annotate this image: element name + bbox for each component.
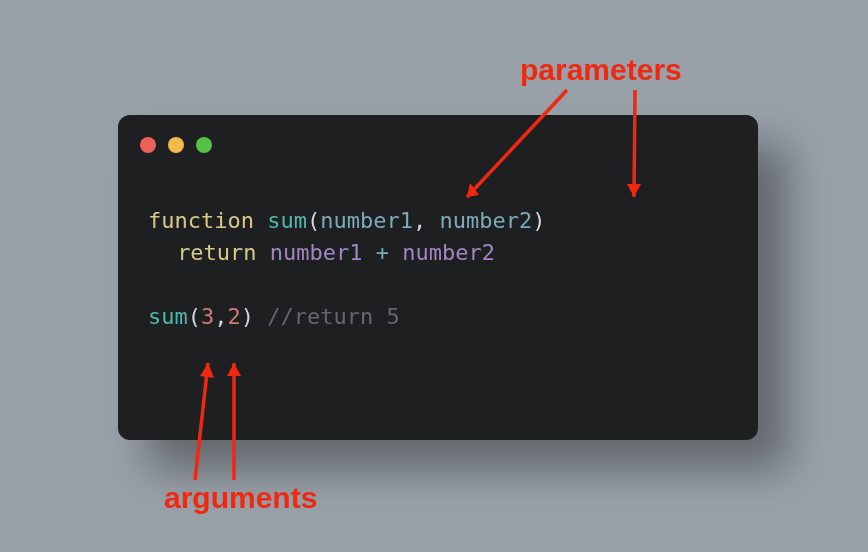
label-parameters: parameters <box>520 53 682 87</box>
call-comma: , <box>214 304 227 329</box>
param-number1: number1 <box>320 208 413 233</box>
arg-2: 2 <box>228 304 241 329</box>
keyword-function: function <box>148 208 254 233</box>
label-arguments: arguments <box>164 481 317 515</box>
call-paren-close: ) <box>241 304 254 329</box>
paren-close: ) <box>532 208 545 233</box>
var-number2: number2 <box>402 240 495 265</box>
call-paren-open: ( <box>188 304 201 329</box>
function-name-call: sum <box>148 304 188 329</box>
param-number2: number2 <box>439 208 532 233</box>
paren-open: ( <box>307 208 320 233</box>
comma: , <box>413 208 426 233</box>
window-traffic-lights <box>140 137 212 153</box>
code-window: function sum(number1, number2) return nu… <box>118 115 758 440</box>
code-block: function sum(number1, number2) return nu… <box>148 205 545 333</box>
close-dot-icon <box>140 137 156 153</box>
var-number1: number1 <box>270 240 363 265</box>
arg-3: 3 <box>201 304 214 329</box>
minimize-dot-icon <box>168 137 184 153</box>
function-name-def: sum <box>267 208 307 233</box>
operator-plus: + <box>376 240 389 265</box>
zoom-dot-icon <box>196 137 212 153</box>
keyword-return: return <box>177 240 256 265</box>
comment-return-5: //return 5 <box>267 304 399 329</box>
